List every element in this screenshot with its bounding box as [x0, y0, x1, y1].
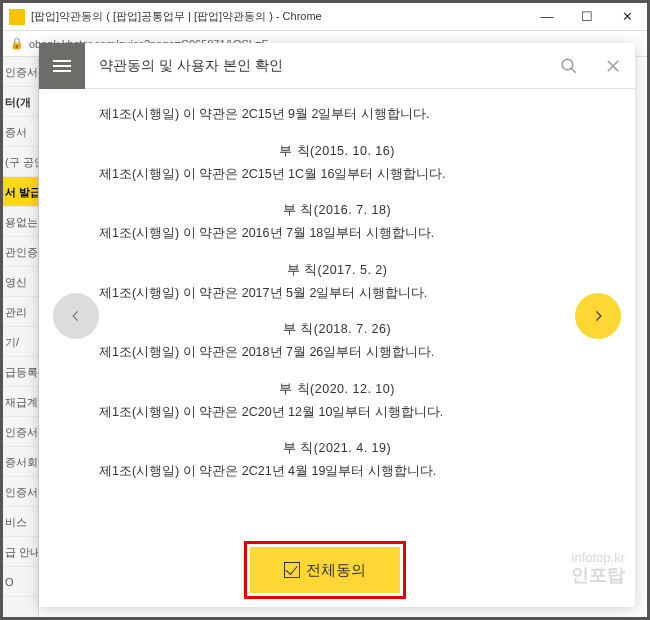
window-maximize-button[interactable]: ☐: [567, 3, 607, 31]
prev-button[interactable]: [53, 293, 99, 339]
svg-line-1: [571, 68, 576, 73]
app-icon: [9, 9, 25, 25]
window-titlebar: [팝업]약관동의 ( [팝업]공통업무 | [팝업]약관동의 ) - Chrom…: [3, 3, 647, 31]
agree-button-highlight: 전체동의: [244, 541, 406, 599]
bg-sidebar-item[interactable]: O: [3, 567, 38, 597]
bg-sidebar-item[interactable]: 용없는: [3, 207, 38, 237]
menu-button[interactable]: [39, 43, 85, 89]
addendum-body: 제1조(시행일) 이 약관은 2C20년 12월 10일부터 시행합니다.: [99, 403, 575, 422]
bg-sidebar-item[interactable]: 증서: [3, 117, 38, 147]
bg-sidebar-item[interactable]: 영신: [3, 267, 38, 297]
bg-sidebar-item[interactable]: 서 발급: [3, 177, 38, 207]
bg-sidebar-item[interactable]: 증서회: [3, 447, 38, 477]
terms-content: 제1조(시행일) 이 약관은 2C15년 9월 2일부터 시행합니다. 부 칙(…: [39, 89, 635, 607]
popup-header: 약관동의 및 사용자 본인 확인: [39, 43, 635, 89]
bg-sidebar-item[interactable]: 관리: [3, 297, 38, 327]
bg-sidebar-item[interactable]: 급 안내: [3, 537, 38, 567]
next-button[interactable]: [575, 293, 621, 339]
search-button[interactable]: [547, 43, 591, 89]
close-icon: [604, 57, 622, 75]
popup-close-button[interactable]: [591, 43, 635, 89]
window-close-button[interactable]: ✕: [607, 3, 647, 31]
bg-sidebar-item[interactable]: 비스: [3, 507, 38, 537]
svg-point-0: [562, 59, 573, 70]
chevron-left-icon: [69, 305, 83, 327]
bg-sidebar-header: 인증서: [3, 57, 38, 87]
terms-popup: 약관동의 및 사용자 본인 확인 제1조(시행일) 이 약관은 2C15년 9월…: [39, 43, 635, 607]
search-icon: [560, 57, 578, 75]
bg-sidebar-title: 터(개: [3, 87, 38, 117]
addendum-body: 제1조(시행일) 이 약관은 2016년 7월 18일부터 시행합니다.: [99, 224, 575, 243]
chevron-right-icon: [591, 305, 605, 327]
addendum-body: 제1조(시행일) 이 약관은 2C21년 4월 19일부터 시행합니다.: [99, 462, 575, 481]
agree-all-button[interactable]: 전체동의: [250, 547, 400, 593]
hamburger-icon: [53, 60, 71, 72]
bg-sidebar-item[interactable]: 급등록: [3, 357, 38, 387]
window-title: [팝업]약관동의 ( [팝업]공통업무 | [팝업]약관동의 ) - Chrom…: [31, 9, 527, 24]
window-minimize-button[interactable]: —: [527, 3, 567, 31]
addendum-heading: 부 칙(2020. 12. 10): [99, 380, 575, 399]
lock-icon: 🔒: [11, 38, 23, 50]
first-enforce-line: 제1조(시행일) 이 약관은 2C15년 9월 2일부터 시행합니다.: [99, 105, 575, 124]
addendum-body: 제1조(시행일) 이 약관은 2018년 7월 26일부터 시행합니다.: [99, 343, 575, 362]
check-icon: [284, 562, 300, 578]
bg-sidebar-item[interactable]: 인증서: [3, 477, 38, 507]
background-sidebar: 인증서 터(개 증서(구 공인서 발급용없는관인증영신관리기/급등록재급계인증서…: [3, 57, 39, 617]
popup-title: 약관동의 및 사용자 본인 확인: [85, 57, 547, 75]
agree-button-label: 전체동의: [306, 561, 366, 580]
addendum-body: 제1조(시행일) 이 약관은 2C15년 1C월 16일부터 시행합니다.: [99, 165, 575, 184]
addendum-heading: 부 칙(2018. 7. 26): [99, 320, 575, 339]
addendum-heading: 부 칙(2016. 7. 18): [99, 201, 575, 220]
addendum-body: 제1조(시행일) 이 약관은 2017년 5월 2일부터 시행합니다.: [99, 284, 575, 303]
bg-sidebar-item[interactable]: 관인증: [3, 237, 38, 267]
bg-sidebar-item[interactable]: (구 공인: [3, 147, 38, 177]
addendum-heading: 부 칙(2017. 5. 2): [99, 261, 575, 280]
bg-sidebar-item[interactable]: 인증서: [3, 417, 38, 447]
bg-sidebar-item[interactable]: 재급계: [3, 387, 38, 417]
bg-sidebar-item[interactable]: 기/: [3, 327, 38, 357]
addendum-heading: 부 칙(2015. 10. 16): [99, 142, 575, 161]
addendum-heading: 부 칙(2021. 4. 19): [99, 439, 575, 458]
